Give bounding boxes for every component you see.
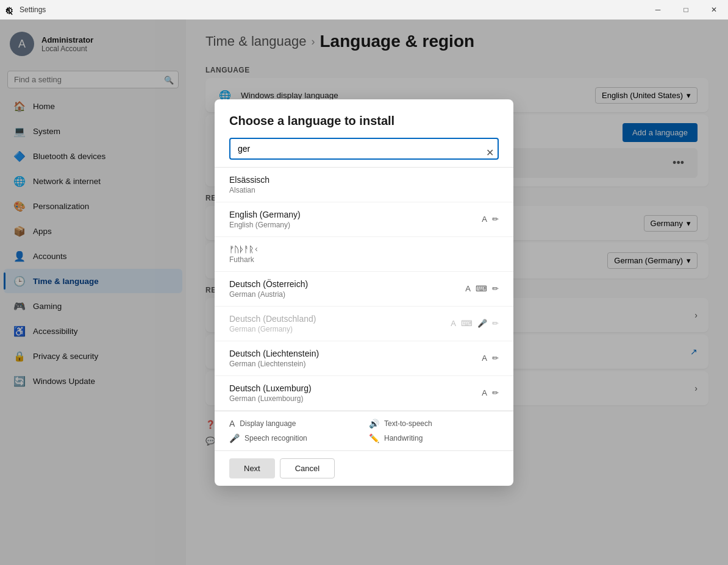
lang-sub-german-germany: German (Germany) bbox=[229, 325, 316, 333]
lang-info-german-luxembourg: Deutsch (Luxemburg) German (Luxembourg) bbox=[229, 383, 312, 403]
app-icon: ⚙ bbox=[5, 5, 15, 15]
handwriting-icon: ✏️ bbox=[369, 433, 379, 443]
lang-icons-german-germany: A⌨🎤✏ bbox=[451, 319, 499, 328]
display-capability-icon: A bbox=[482, 388, 487, 397]
display-capability-icon: A bbox=[451, 319, 456, 328]
lang-name-german-liechtenstein: Deutsch (Liechtenstein) bbox=[229, 349, 319, 358]
close-button[interactable]: ✕ bbox=[700, 0, 728, 20]
dialog-header: Choose a language to install bbox=[215, 99, 513, 138]
lang-name-english-germany: English (Germany) bbox=[229, 210, 301, 219]
legend-speech: 🎤 Speech recognition bbox=[229, 433, 359, 443]
legend-handwriting: ✏️ Handwriting bbox=[369, 433, 499, 443]
handwriting-capability-icon: ✏ bbox=[492, 319, 499, 328]
lang-item-german-luxembourg[interactable]: Deutsch (Luxemburg) German (Luxembourg) … bbox=[215, 376, 513, 411]
dialog-legend: A Display language 🔊 Text-to-speech 🎤 Sp… bbox=[215, 411, 513, 450]
lang-item-futhark[interactable]: ᚠᚢᚦᚨᚱᚲ Futhark bbox=[215, 237, 513, 272]
handwriting-capability-icon: ✏ bbox=[492, 284, 499, 293]
handwriting-capability-icon: ✏ bbox=[492, 388, 499, 397]
lang-sub-futhark: Futhark bbox=[229, 255, 259, 264]
keyboard-capability-icon: ⌨ bbox=[461, 319, 473, 328]
lang-item-english-germany[interactable]: English (Germany) English (Germany) A✏ bbox=[215, 202, 513, 237]
modal-overlay: Choose a language to install ✕ Elsässisc… bbox=[0, 20, 728, 565]
lang-item-german-germany: Deutsch (Deutschland) German (Germany) A… bbox=[215, 307, 513, 341]
next-button[interactable]: Next bbox=[229, 458, 275, 478]
lang-info-futhark: ᚠᚢᚦᚨᚱᚲ Futhark bbox=[229, 244, 259, 264]
lang-sub-english-germany: English (Germany) bbox=[229, 221, 301, 229]
lang-sub-german-luxembourg: German (Luxembourg) bbox=[229, 394, 312, 403]
lang-name-german-luxembourg: Deutsch (Luxemburg) bbox=[229, 383, 312, 393]
display-lang-label: Display language bbox=[240, 419, 296, 428]
dialog-search-clear-button[interactable]: ✕ bbox=[486, 146, 494, 158]
lang-item-alsatian[interactable]: Elsässisch Alsatian bbox=[215, 168, 513, 202]
display-capability-icon: A bbox=[482, 354, 487, 363]
legend-display: A Display language bbox=[229, 419, 359, 428]
lang-icons-german-luxembourg: A✏ bbox=[482, 388, 499, 397]
display-capability-icon: A bbox=[482, 215, 487, 224]
minimize-button[interactable]: ─ bbox=[644, 0, 672, 20]
lang-icons-english-germany: A✏ bbox=[482, 215, 499, 224]
lang-item-german-austria[interactable]: Deutsch (Österreich) German (Austria) A⌨… bbox=[215, 272, 513, 307]
lang-sub-german-austria: German (Austria) bbox=[229, 290, 308, 299]
speech-icon: 🎤 bbox=[229, 433, 240, 443]
maximize-button[interactable]: □ bbox=[672, 0, 700, 20]
lang-name-alsatian: Elsässisch bbox=[229, 175, 269, 185]
speech-label: Speech recognition bbox=[244, 434, 307, 442]
dialog-search-input[interactable] bbox=[229, 138, 499, 160]
lang-name-german-germany: Deutsch (Deutschland) bbox=[229, 314, 316, 324]
lang-icons-german-austria: A⌨✏ bbox=[465, 284, 499, 293]
language-list: Elsässisch Alsatian English (Germany) En… bbox=[215, 167, 513, 411]
lang-sub-alsatian: Alsatian bbox=[229, 186, 269, 194]
lang-info-english-germany: English (Germany) English (Germany) bbox=[229, 210, 301, 229]
window-controls: ─ □ ✕ bbox=[644, 0, 728, 20]
speech-capability-icon: 🎤 bbox=[477, 319, 487, 328]
dialog-footer: Next Cancel bbox=[215, 450, 513, 486]
titlebar: ⚙ Settings ─ □ ✕ bbox=[0, 0, 728, 20]
lang-info-german-liechtenstein: Deutsch (Liechtenstein) German (Liechten… bbox=[229, 349, 319, 368]
lang-info-german-austria: Deutsch (Österreich) German (Austria) bbox=[229, 279, 308, 299]
lang-icons-german-liechtenstein: A✏ bbox=[482, 354, 499, 363]
display-lang-icon: A bbox=[229, 419, 235, 428]
tts-icon: 🔊 bbox=[369, 419, 379, 428]
handwriting-capability-icon: ✏ bbox=[492, 354, 499, 363]
keyboard-capability-icon: ⌨ bbox=[476, 284, 487, 293]
choose-language-dialog: Choose a language to install ✕ Elsässisc… bbox=[215, 99, 513, 486]
lang-info-german-germany: Deutsch (Deutschland) German (Germany) bbox=[229, 314, 316, 333]
lang-name-futhark: ᚠᚢᚦᚨᚱᚲ bbox=[229, 244, 259, 254]
handwriting-capability-icon: ✏ bbox=[492, 215, 499, 224]
handwriting-label: Handwriting bbox=[384, 434, 423, 442]
dialog-title: Choose a language to install bbox=[229, 114, 499, 128]
lang-item-german-liechtenstein[interactable]: Deutsch (Liechtenstein) German (Liechten… bbox=[215, 341, 513, 376]
display-capability-icon: A bbox=[465, 284, 471, 293]
legend-tts: 🔊 Text-to-speech bbox=[369, 419, 499, 428]
lang-info-alsatian: Elsässisch Alsatian bbox=[229, 175, 269, 194]
titlebar-title: Settings bbox=[20, 5, 46, 14]
cancel-button[interactable]: Cancel bbox=[280, 458, 335, 478]
lang-name-german-austria: Deutsch (Österreich) bbox=[229, 279, 308, 289]
lang-sub-german-liechtenstein: German (Liechtenstein) bbox=[229, 360, 319, 368]
dialog-search-section: ✕ bbox=[215, 138, 513, 167]
tts-label: Text-to-speech bbox=[384, 419, 432, 428]
